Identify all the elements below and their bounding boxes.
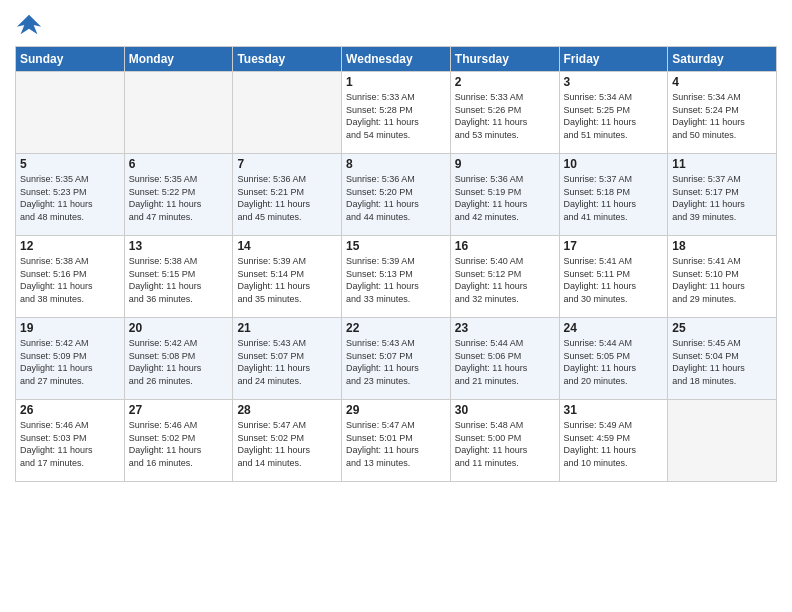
calendar-day: 31Sunrise: 5:49 AM Sunset: 4:59 PM Dayli… [559,400,668,482]
calendar-day: 25Sunrise: 5:45 AM Sunset: 5:04 PM Dayli… [668,318,777,400]
calendar-day [16,72,125,154]
day-info: Sunrise: 5:39 AM Sunset: 5:13 PM Dayligh… [346,255,446,305]
calendar-day: 26Sunrise: 5:46 AM Sunset: 5:03 PM Dayli… [16,400,125,482]
day-number: 23 [455,321,555,335]
day-info: Sunrise: 5:43 AM Sunset: 5:07 PM Dayligh… [237,337,337,387]
svg-marker-0 [17,15,41,35]
weekday-header-row: SundayMondayTuesdayWednesdayThursdayFrid… [16,47,777,72]
day-number: 4 [672,75,772,89]
day-number: 29 [346,403,446,417]
calendar-day: 3Sunrise: 5:34 AM Sunset: 5:25 PM Daylig… [559,72,668,154]
calendar-day: 29Sunrise: 5:47 AM Sunset: 5:01 PM Dayli… [342,400,451,482]
calendar-day [124,72,233,154]
day-number: 8 [346,157,446,171]
weekday-header-monday: Monday [124,47,233,72]
day-info: Sunrise: 5:40 AM Sunset: 5:12 PM Dayligh… [455,255,555,305]
calendar-week-2: 5Sunrise: 5:35 AM Sunset: 5:23 PM Daylig… [16,154,777,236]
day-number: 31 [564,403,664,417]
logo-icon [15,10,43,38]
main-container: SundayMondayTuesdayWednesdayThursdayFrid… [0,0,792,487]
day-info: Sunrise: 5:47 AM Sunset: 5:01 PM Dayligh… [346,419,446,469]
weekday-header-friday: Friday [559,47,668,72]
day-info: Sunrise: 5:48 AM Sunset: 5:00 PM Dayligh… [455,419,555,469]
day-info: Sunrise: 5:38 AM Sunset: 5:15 PM Dayligh… [129,255,229,305]
day-number: 28 [237,403,337,417]
calendar-day: 27Sunrise: 5:46 AM Sunset: 5:02 PM Dayli… [124,400,233,482]
day-number: 14 [237,239,337,253]
calendar-day: 7Sunrise: 5:36 AM Sunset: 5:21 PM Daylig… [233,154,342,236]
day-number: 22 [346,321,446,335]
calendar-day [233,72,342,154]
day-info: Sunrise: 5:36 AM Sunset: 5:20 PM Dayligh… [346,173,446,223]
day-number: 24 [564,321,664,335]
day-info: Sunrise: 5:37 AM Sunset: 5:17 PM Dayligh… [672,173,772,223]
day-info: Sunrise: 5:42 AM Sunset: 5:09 PM Dayligh… [20,337,120,387]
calendar-day: 23Sunrise: 5:44 AM Sunset: 5:06 PM Dayli… [450,318,559,400]
day-number: 3 [564,75,664,89]
calendar-day: 13Sunrise: 5:38 AM Sunset: 5:15 PM Dayli… [124,236,233,318]
day-number: 25 [672,321,772,335]
day-number: 20 [129,321,229,335]
calendar-week-1: 1Sunrise: 5:33 AM Sunset: 5:28 PM Daylig… [16,72,777,154]
day-number: 15 [346,239,446,253]
calendar-day: 28Sunrise: 5:47 AM Sunset: 5:02 PM Dayli… [233,400,342,482]
calendar-week-4: 19Sunrise: 5:42 AM Sunset: 5:09 PM Dayli… [16,318,777,400]
calendar-day: 20Sunrise: 5:42 AM Sunset: 5:08 PM Dayli… [124,318,233,400]
calendar-day: 14Sunrise: 5:39 AM Sunset: 5:14 PM Dayli… [233,236,342,318]
day-info: Sunrise: 5:39 AM Sunset: 5:14 PM Dayligh… [237,255,337,305]
weekday-header-thursday: Thursday [450,47,559,72]
calendar-day: 22Sunrise: 5:43 AM Sunset: 5:07 PM Dayli… [342,318,451,400]
day-info: Sunrise: 5:49 AM Sunset: 4:59 PM Dayligh… [564,419,664,469]
calendar-day [668,400,777,482]
day-info: Sunrise: 5:41 AM Sunset: 5:10 PM Dayligh… [672,255,772,305]
day-info: Sunrise: 5:44 AM Sunset: 5:05 PM Dayligh… [564,337,664,387]
calendar-day: 21Sunrise: 5:43 AM Sunset: 5:07 PM Dayli… [233,318,342,400]
day-number: 6 [129,157,229,171]
calendar-day: 2Sunrise: 5:33 AM Sunset: 5:26 PM Daylig… [450,72,559,154]
day-number: 12 [20,239,120,253]
calendar-day: 8Sunrise: 5:36 AM Sunset: 5:20 PM Daylig… [342,154,451,236]
day-number: 1 [346,75,446,89]
calendar-day: 30Sunrise: 5:48 AM Sunset: 5:00 PM Dayli… [450,400,559,482]
day-number: 7 [237,157,337,171]
day-number: 9 [455,157,555,171]
day-info: Sunrise: 5:35 AM Sunset: 5:23 PM Dayligh… [20,173,120,223]
calendar-day: 16Sunrise: 5:40 AM Sunset: 5:12 PM Dayli… [450,236,559,318]
day-number: 11 [672,157,772,171]
calendar-day: 9Sunrise: 5:36 AM Sunset: 5:19 PM Daylig… [450,154,559,236]
day-number: 27 [129,403,229,417]
weekday-header-wednesday: Wednesday [342,47,451,72]
day-number: 18 [672,239,772,253]
calendar-day: 10Sunrise: 5:37 AM Sunset: 5:18 PM Dayli… [559,154,668,236]
calendar-day: 18Sunrise: 5:41 AM Sunset: 5:10 PM Dayli… [668,236,777,318]
day-number: 30 [455,403,555,417]
day-info: Sunrise: 5:44 AM Sunset: 5:06 PM Dayligh… [455,337,555,387]
day-info: Sunrise: 5:42 AM Sunset: 5:08 PM Dayligh… [129,337,229,387]
day-info: Sunrise: 5:43 AM Sunset: 5:07 PM Dayligh… [346,337,446,387]
calendar-day: 19Sunrise: 5:42 AM Sunset: 5:09 PM Dayli… [16,318,125,400]
day-info: Sunrise: 5:34 AM Sunset: 5:25 PM Dayligh… [564,91,664,141]
day-number: 2 [455,75,555,89]
calendar-day: 15Sunrise: 5:39 AM Sunset: 5:13 PM Dayli… [342,236,451,318]
calendar-day: 11Sunrise: 5:37 AM Sunset: 5:17 PM Dayli… [668,154,777,236]
header [15,10,777,38]
day-info: Sunrise: 5:45 AM Sunset: 5:04 PM Dayligh… [672,337,772,387]
calendar-day: 4Sunrise: 5:34 AM Sunset: 5:24 PM Daylig… [668,72,777,154]
day-number: 19 [20,321,120,335]
calendar-day: 6Sunrise: 5:35 AM Sunset: 5:22 PM Daylig… [124,154,233,236]
day-number: 21 [237,321,337,335]
calendar-day: 24Sunrise: 5:44 AM Sunset: 5:05 PM Dayli… [559,318,668,400]
day-info: Sunrise: 5:36 AM Sunset: 5:19 PM Dayligh… [455,173,555,223]
day-info: Sunrise: 5:47 AM Sunset: 5:02 PM Dayligh… [237,419,337,469]
day-number: 16 [455,239,555,253]
day-info: Sunrise: 5:37 AM Sunset: 5:18 PM Dayligh… [564,173,664,223]
day-info: Sunrise: 5:41 AM Sunset: 5:11 PM Dayligh… [564,255,664,305]
day-info: Sunrise: 5:33 AM Sunset: 5:28 PM Dayligh… [346,91,446,141]
calendar-week-5: 26Sunrise: 5:46 AM Sunset: 5:03 PM Dayli… [16,400,777,482]
logo [15,10,47,38]
day-info: Sunrise: 5:34 AM Sunset: 5:24 PM Dayligh… [672,91,772,141]
weekday-header-saturday: Saturday [668,47,777,72]
day-number: 13 [129,239,229,253]
calendar-day: 17Sunrise: 5:41 AM Sunset: 5:11 PM Dayli… [559,236,668,318]
day-number: 5 [20,157,120,171]
